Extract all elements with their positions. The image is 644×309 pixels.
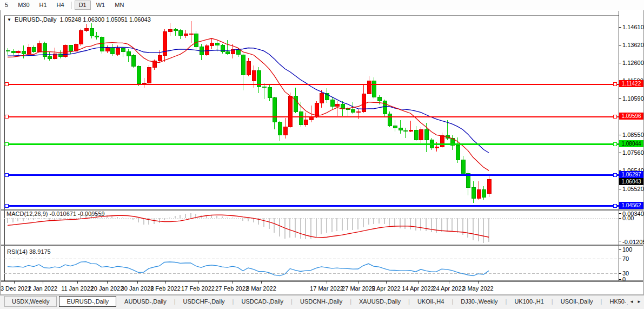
- price-tick-label: 1.07560: [622, 149, 644, 156]
- tf-button-w1[interactable]: W1: [92, 1, 110, 10]
- chart-title: ▼ EURUSD-,Daily 1.05248 1.06300 1.05051 …: [7, 16, 151, 23]
- tf-button-d1[interactable]: D1: [75, 1, 91, 10]
- symbol-tab-bar: USDX,WeeklyEURUSD-,DailyAUDUSD-,Daily|US…: [0, 295, 644, 309]
- tab-usdx-weekly[interactable]: USDX,Weekly: [4, 296, 57, 307]
- macd-values: -0.010671 -0.009559: [49, 211, 104, 217]
- chart-symbol-label: EURUSD-,Daily: [15, 16, 57, 23]
- tab-uk100-h1[interactable]: UK100-,H1: [507, 297, 550, 306]
- price-line-badge: 1.04562: [619, 202, 643, 209]
- price-line-badge: 1.06297: [619, 171, 643, 178]
- price-tick-label: 1.08550: [622, 132, 644, 138]
- tf-button-h1[interactable]: H1: [35, 1, 51, 10]
- tab-ukoil-h4[interactable]: UKOil-,H4: [410, 297, 452, 306]
- date-label: 3 May 2022: [455, 285, 501, 292]
- price-line-badge: 1.08044: [619, 140, 643, 147]
- rsi-tick-label: 0: [622, 276, 626, 282]
- tf-button-mn[interactable]: MN: [110, 1, 128, 10]
- date-label: 8 Mar 2022: [238, 285, 284, 292]
- tf-button-m30[interactable]: M30: [14, 1, 34, 10]
- tab-xauusd-daily[interactable]: XAUUSD-,Daily: [352, 297, 408, 306]
- rsi-tick-label: 100: [622, 246, 632, 253]
- price-line-badge: 1.11422: [619, 80, 643, 87]
- macd-tick-label: 0.00: [622, 215, 634, 221]
- chart-ohlc-values: 1.05248 1.06300 1.05051 1.06043: [60, 16, 151, 23]
- tab-usdchf-daily[interactable]: USDCHF-,Daily: [176, 297, 232, 306]
- tf-button-5[interactable]: 5: [1, 1, 12, 10]
- tab-scroll-left-icon[interactable]: ◄: [628, 298, 635, 305]
- tab-eurusd-daily[interactable]: EURUSD-,Daily: [59, 296, 116, 307]
- tab-usoil-daily[interactable]: USOil-,Daily: [554, 297, 600, 306]
- macd-indicator-label: MACD(12,26,9) -0.010671 -0.009559: [6, 211, 105, 217]
- tab-usdcad-daily[interactable]: USDCAD-,Daily: [234, 297, 290, 306]
- timeframe-toolbar: 5M30H1H4D1W1MN: [0, 0, 644, 10]
- toolbar-separator: [71, 2, 72, 9]
- rsi-name: RSI(14): [7, 248, 28, 255]
- mt4-terminal: 5M30H1H4D1W1MN ▼ EURUSD-,Daily 1.05248 1…: [0, 0, 644, 309]
- tab-dj30-weekly[interactable]: DJ30-,Weekly: [454, 297, 504, 306]
- rsi-tick-label: 70: [622, 255, 629, 262]
- price-tick-label: 1.10590: [622, 95, 644, 102]
- rsi-indicator-label: RSI(14) 38.9175: [7, 248, 51, 255]
- symbol-dropdown-icon[interactable]: ▼: [7, 17, 11, 23]
- price-tick-label: 1.12600: [622, 60, 644, 66]
- tab-scroll-right-icon[interactable]: ►: [635, 298, 643, 305]
- rsi-value: 38.9175: [29, 248, 51, 255]
- macd-name: MACD(12,26,9): [6, 211, 48, 217]
- price-tick-label: 1.13620: [622, 42, 644, 48]
- current-price-badge: 1.06043: [619, 178, 643, 185]
- macd-tick-label: -0.01205: [622, 239, 644, 245]
- tf-button-h4[interactable]: H4: [52, 1, 69, 10]
- tab-usdcnh-daily[interactable]: USDCNH-,Daily: [293, 297, 349, 306]
- tab-scroll-arrows: ◄►: [626, 298, 643, 304]
- chart-background: [1, 10, 643, 295]
- price-tick-label: 1.14610: [622, 24, 644, 30]
- symbol-tabs: USDX,WeeklyEURUSD-,DailyAUDUSD-,Daily|US…: [0, 295, 644, 307]
- price-line-badge: 1.09596: [619, 113, 643, 120]
- tab-audusd-daily[interactable]: AUDUSD-,Daily: [117, 297, 174, 306]
- price-tick-label: 1.05520: [622, 186, 644, 192]
